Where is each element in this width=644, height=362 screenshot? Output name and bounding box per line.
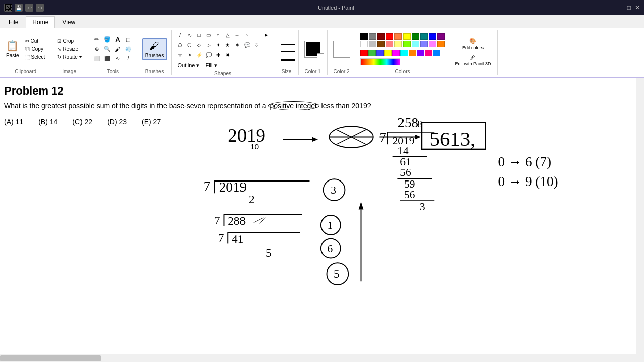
magnify-tool[interactable]: 🔍: [103, 45, 112, 54]
accent-cyan[interactable]: [400, 50, 408, 56]
color2-swatch[interactable]: [334, 41, 350, 57]
tab-view[interactable]: View: [56, 16, 82, 28]
undo-icon[interactable]: ↩: [25, 4, 33, 12]
brushes-button[interactable]: 🖌 Brushes: [142, 38, 167, 60]
fill-button[interactable]: Fill ▾: [203, 61, 219, 70]
bubble-shape[interactable]: 💬: [243, 40, 252, 49]
paste-button[interactable]: 📋 Paste: [4, 39, 21, 59]
callout-shape[interactable]: 💭: [204, 50, 213, 59]
color-white2[interactable]: [360, 41, 368, 47]
color-red[interactable]: [386, 33, 393, 40]
picker-tool[interactable]: ⊕: [92, 45, 101, 54]
size-line-4[interactable]: [281, 59, 295, 61]
outline-button[interactable]: Outline ▾: [176, 61, 202, 70]
accent-orange[interactable]: [409, 50, 416, 56]
size-line-2[interactable]: [281, 44, 295, 45]
accent-hotpink[interactable]: [425, 50, 432, 56]
crop-button[interactable]: ⊡ Crop: [55, 37, 83, 45]
heart-shape[interactable]: ♡: [252, 40, 261, 49]
x-shape[interactable]: ✖: [223, 50, 232, 59]
minimize-btn[interactable]: _: [620, 4, 623, 11]
round-rect-shape[interactable]: ▭: [204, 30, 213, 39]
edit-colors-button[interactable]: 🎨 Edit colors: [460, 37, 486, 51]
color-brown[interactable]: [377, 41, 385, 47]
edit-paint3d-button[interactable]: 🖊 Edit with Paint 3D: [453, 53, 493, 67]
rotate-button[interactable]: ↻ Rotate ▾: [55, 53, 83, 61]
close-btn[interactable]: ✕: [635, 4, 640, 11]
airbrush-tool[interactable]: 💨: [124, 45, 133, 54]
pentagon-shape[interactable]: ⬠: [176, 40, 185, 49]
accent-ltblue2[interactable]: [433, 50, 440, 56]
color-ltcyan[interactable]: [412, 41, 419, 47]
pencil-tool[interactable]: ✏: [92, 35, 101, 44]
color-white[interactable]: [369, 33, 376, 40]
eraser-tool[interactable]: ⬚: [124, 35, 133, 44]
star6-shape[interactable]: ✶: [233, 40, 242, 49]
color-ltyellow[interactable]: [394, 41, 402, 47]
accent-green[interactable]: [368, 50, 376, 56]
tab-home[interactable]: Home: [26, 16, 55, 28]
chevron-right-icon[interactable]: ▶: [262, 30, 271, 39]
color-salmon[interactable]: [386, 41, 393, 47]
color-ltgreen[interactable]: [403, 41, 411, 47]
color-black[interactable]: [360, 33, 368, 40]
select-rect-tool[interactable]: ⬜: [92, 54, 101, 63]
resize-button[interactable]: ⤡ Resize: [55, 45, 83, 53]
rainbow-swatch[interactable]: [360, 58, 400, 65]
size-line-1[interactable]: [281, 37, 295, 37]
accent-magenta[interactable]: [392, 50, 400, 56]
colors-palette-group: Colors: [356, 30, 449, 75]
color-ltgray[interactable]: [369, 41, 376, 47]
color-purple[interactable]: [437, 33, 445, 40]
brush-tool[interactable]: 🖌: [113, 45, 122, 54]
color1-swatch[interactable]: [305, 41, 321, 57]
tab-file[interactable]: File: [2, 16, 25, 28]
copy-button[interactable]: ⿻ Copy: [23, 45, 47, 53]
color-yellow[interactable]: [403, 33, 411, 40]
color-blue[interactable]: [429, 33, 436, 40]
color-darkorange[interactable]: [437, 41, 445, 47]
redo-icon[interactable]: ↪: [36, 4, 44, 12]
color-lime[interactable]: [412, 33, 419, 40]
star4-shape[interactable]: ✦: [214, 40, 223, 49]
scroll-thumb-horizontal[interactable]: [0, 355, 101, 361]
canvas-area[interactable]: Problem 12 What is the greatest possible…: [0, 78, 636, 354]
lightning-shape[interactable]: ⚡: [195, 50, 204, 59]
rect-shape[interactable]: □: [195, 30, 204, 39]
fill-tool[interactable]: 🪣: [103, 35, 112, 44]
arrow-shape[interactable]: →: [233, 30, 242, 39]
horizontal-scrollbar[interactable]: [0, 354, 636, 362]
select-free-tool[interactable]: ⬛: [103, 54, 112, 63]
accent-yellow[interactable]: [384, 50, 392, 56]
rounded-shape[interactable]: ▷: [204, 40, 213, 49]
select-button[interactable]: ⬚ Select: [23, 53, 47, 61]
cross-shape[interactable]: ✚: [214, 50, 223, 59]
color-ltblue[interactable]: [420, 41, 428, 47]
accent-blue[interactable]: [376, 50, 384, 56]
accent-red[interactable]: [360, 50, 368, 56]
line-shape[interactable]: /: [176, 30, 185, 39]
line-tool[interactable]: /: [124, 54, 133, 63]
size-line-3[interactable]: [281, 51, 295, 52]
curve-shape[interactable]: ∿: [185, 30, 194, 39]
ellipse-shape[interactable]: ○: [214, 30, 223, 39]
hexagon-shape[interactable]: ⬡: [185, 40, 194, 49]
curve-tool[interactable]: ∿: [113, 54, 122, 63]
color-teal[interactable]: [420, 33, 428, 40]
star7-shape[interactable]: ☆: [176, 50, 185, 59]
vertical-scrollbar[interactable]: [636, 78, 644, 354]
more-shape[interactable]: ⋯: [252, 30, 261, 39]
chevron-shape[interactable]: ›: [243, 30, 252, 39]
triangle-shape[interactable]: △: [223, 30, 232, 39]
save-icon[interactable]: 💾: [15, 4, 23, 12]
color-pink[interactable]: [429, 41, 436, 47]
color-orange[interactable]: [394, 33, 402, 40]
maximize-btn[interactable]: □: [627, 4, 631, 11]
cut-button[interactable]: ✂ Cut: [23, 37, 47, 45]
color-darkred[interactable]: [377, 33, 385, 40]
star5-shape[interactable]: ★: [223, 40, 232, 49]
star8-shape[interactable]: ✴: [185, 50, 194, 59]
text-tool[interactable]: A: [113, 35, 122, 44]
diamond-shape[interactable]: ◇: [195, 40, 204, 49]
accent-violet[interactable]: [417, 50, 424, 56]
